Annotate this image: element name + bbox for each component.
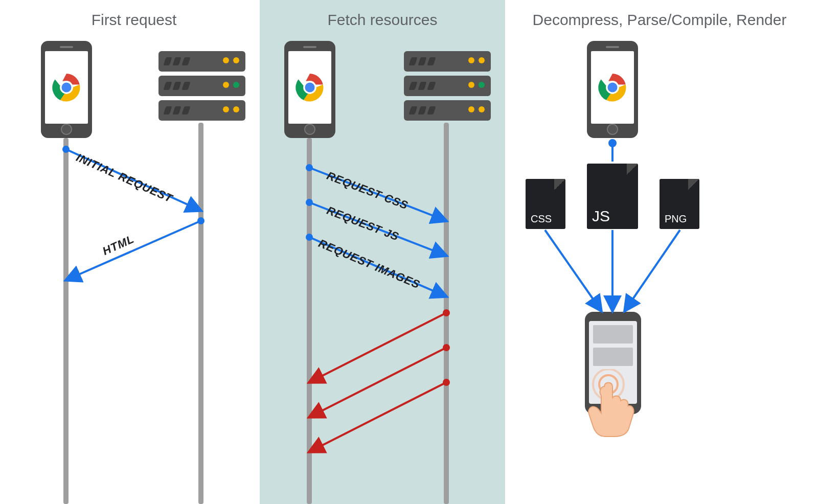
phone-icon bbox=[587, 41, 638, 138]
title-render: Decompress, Parse/Compile, Render bbox=[511, 11, 808, 29]
chrome-icon bbox=[598, 73, 627, 102]
phone-icon bbox=[41, 41, 92, 138]
title-fetch-resources: Fetch resources bbox=[260, 11, 505, 29]
server-icon bbox=[158, 51, 245, 122]
svg-point-19 bbox=[608, 139, 617, 147]
arrow-css-to-render bbox=[545, 230, 601, 311]
timeline-server-2 bbox=[444, 123, 449, 504]
timeline-client-1 bbox=[63, 138, 69, 504]
phone-icon bbox=[284, 41, 335, 138]
timeline-server-1 bbox=[198, 123, 203, 504]
chrome-icon bbox=[296, 73, 324, 102]
diagram-stage: First request Fetch resources Decompress… bbox=[0, 0, 818, 504]
file-png-label: PNG bbox=[665, 213, 687, 225]
label-initial-request: INITIAL REQUEST bbox=[74, 151, 175, 205]
click-hand-icon bbox=[578, 369, 649, 441]
file-js-label: JS bbox=[592, 208, 610, 225]
file-css: CSS bbox=[526, 179, 565, 229]
file-js: JS bbox=[587, 164, 638, 229]
server-icon bbox=[404, 51, 491, 122]
file-png: PNG bbox=[660, 179, 699, 229]
arrow-png-to-render bbox=[625, 230, 680, 311]
chrome-icon bbox=[52, 73, 81, 102]
file-css-label: CSS bbox=[531, 213, 552, 225]
title-first-request: First request bbox=[11, 11, 257, 29]
timeline-client-2 bbox=[307, 138, 312, 504]
arrow-html-response bbox=[66, 221, 201, 280]
label-html: HTML bbox=[101, 233, 137, 258]
